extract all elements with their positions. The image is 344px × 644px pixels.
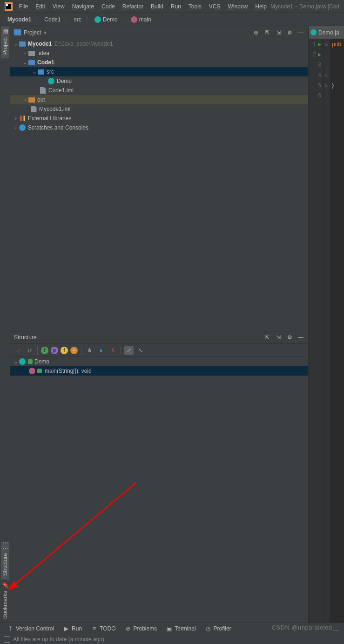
strip-project[interactable]: Project ▤	[1, 26, 9, 58]
fold-icon[interactable]: ⊟	[324, 39, 330, 49]
autoscroll-from-icon[interactable]: ⤡	[136, 346, 145, 355]
separator	[121, 346, 121, 355]
tree-ext-libs[interactable]: › External Libraries	[10, 114, 308, 123]
tree-code1[interactable]: ⌄ Code1	[10, 58, 308, 67]
chevron-right-icon[interactable]: ›	[22, 50, 28, 56]
editor-tab[interactable]: Demo.ja	[309, 26, 344, 39]
structure-panel-title: Structure	[14, 334, 37, 341]
chevron-down-icon[interactable]: ⌄	[13, 41, 19, 47]
structure-tree[interactable]: ⌄ Demo main(String[]): void	[10, 357, 308, 623]
menu-tools[interactable]: Tools	[185, 1, 205, 12]
menu-view[interactable]: View	[49, 1, 68, 12]
dropdown-icon[interactable]: ▾	[44, 29, 47, 36]
crumb-project[interactable]: Mycode1	[5, 15, 34, 24]
chevron-down-icon[interactable]: ⌄	[13, 358, 19, 365]
method-icon	[131, 16, 137, 23]
collapse-icon[interactable]: ⇲	[275, 334, 282, 341]
tree-label: Mycode1.iml	[39, 106, 70, 112]
toolbar-icon-2[interactable]: ●	[96, 346, 106, 355]
editor-body[interactable]: 1▶ 2▶ 3 4 5 6 ⊟ ⊟ ⊡ pub }	[309, 39, 344, 623]
tree-root-path: D:\Java_code\Mycode1	[54, 41, 113, 47]
run-gutter-icon[interactable]: ▶	[318, 52, 321, 57]
chevron-down-icon[interactable]: ⌄	[32, 69, 37, 75]
crumb-class[interactable]: Demo	[92, 15, 121, 24]
bottom-todo[interactable]: ≡TODO	[88, 624, 119, 633]
menu-window[interactable]: Window	[224, 1, 252, 12]
bottom-problems[interactable]: ⊘Problems	[121, 624, 161, 633]
show-methods-icon[interactable]: f	[61, 347, 68, 354]
menu-navigate[interactable]: Navigate	[68, 1, 98, 12]
toolbar-icon-1[interactable]: ⋔	[85, 346, 94, 355]
class-icon	[48, 78, 54, 84]
gear-icon[interactable]: ⚙	[286, 334, 293, 341]
sort-visibility-icon[interactable]: ↓z	[25, 346, 34, 355]
crumb-src[interactable]: src	[71, 15, 84, 24]
project-tree[interactable]: ⌄ Mycode1 D:\Java_code\Mycode1 › .idea ⌄…	[10, 39, 308, 331]
tree-code1-iml[interactable]: Code1.iml	[10, 86, 308, 95]
strip-structure[interactable]: Structure ⋮⋮	[1, 542, 9, 580]
gear-icon[interactable]: ⚙	[286, 29, 293, 36]
bottom-run[interactable]: ▶Run	[60, 624, 86, 633]
tree-out[interactable]: › out	[10, 95, 308, 104]
fold-end-icon[interactable]: ⊡	[324, 80, 330, 90]
tree-mycode1-iml[interactable]: Mycode1.iml	[10, 104, 308, 114]
tree-root[interactable]: ⌄ Mycode1 D:\Java_code\Mycode1	[10, 39, 308, 48]
status-icon[interactable]	[4, 636, 10, 643]
hide-icon[interactable]: —	[297, 29, 304, 36]
menu-vcs[interactable]: VCS	[205, 1, 224, 12]
tree-src[interactable]: ⌄ src	[10, 67, 308, 76]
menu-build[interactable]: Build	[147, 1, 167, 12]
bottom-vcs[interactable]: ᛘVersion Control	[4, 624, 58, 633]
fold-icon[interactable]: ⊟	[324, 70, 330, 80]
tree-label: Demo	[57, 78, 72, 84]
tree-idea[interactable]: › .idea	[10, 48, 308, 58]
expand-icon[interactable]: ⇱	[263, 334, 271, 341]
structure-class[interactable]: ⌄ Demo	[10, 357, 308, 366]
class-icon	[19, 358, 26, 365]
fold-gutter: ⊟ ⊟ ⊡	[324, 39, 330, 623]
menu-file[interactable]: File	[15, 1, 32, 12]
expand-icon[interactable]: ⇱	[263, 29, 271, 36]
strip-bookmarks[interactable]: Bookmarks 🔖	[1, 580, 9, 623]
menu-bar: File Edit View Navigate Code Refactor Bu…	[0, 0, 344, 13]
menu-refactor[interactable]: Refactor	[119, 1, 147, 12]
code-area[interactable]: pub }	[330, 39, 344, 623]
svg-line-2	[14, 483, 136, 585]
editor-gutter: 1▶ 2▶ 3 4 5 6	[309, 39, 324, 623]
status-bar: All files are up to date (a minute ago)	[0, 634, 344, 644]
class-icon	[94, 16, 101, 23]
crumb-method[interactable]: main	[128, 15, 154, 24]
show-fields-icon[interactable]: f	[41, 347, 48, 354]
menu-edit[interactable]: Edit	[32, 1, 49, 12]
crumb-sep: 〉	[121, 15, 128, 23]
bottom-terminal[interactable]: ▣Terminal	[162, 624, 199, 633]
tree-scratches[interactable]: › Scratches and Consoles	[10, 123, 308, 132]
crumb-module[interactable]: Code1	[41, 15, 63, 24]
menu-help[interactable]: Help	[251, 1, 270, 12]
line-number: 6	[318, 92, 321, 99]
chevron-right-icon[interactable]: ›	[22, 96, 28, 103]
tree-label: src	[47, 69, 54, 75]
hide-icon[interactable]: —	[297, 334, 304, 341]
autoscroll-icon[interactable]: ⤢	[124, 346, 134, 355]
file-icon	[40, 87, 46, 94]
menu-run[interactable]: Run	[167, 1, 185, 12]
run-gutter-icon[interactable]: ▶	[318, 42, 321, 47]
sort-alpha-icon[interactable]: ↓z	[13, 346, 22, 355]
show-properties-icon[interactable]: p	[51, 347, 58, 354]
chevron-right-icon[interactable]: ›	[13, 115, 19, 122]
toolbar-icon-3[interactable]: λ	[108, 346, 117, 355]
show-inherited-icon[interactable]: 🔒	[70, 347, 78, 354]
target-icon[interactable]: ⊕	[252, 29, 260, 36]
collapse-icon[interactable]: ⇲	[275, 29, 282, 36]
project-panel-title[interactable]: Project	[24, 29, 41, 36]
menu-code[interactable]: Code	[98, 1, 119, 12]
tree-demo[interactable]: Demo	[10, 76, 308, 86]
chevron-down-icon[interactable]: ⌄	[22, 59, 28, 66]
project-panel-header: Project ▾ ⊕ ⇱ ⇲ ⚙ —	[10, 26, 308, 39]
bottom-profiler[interactable]: ◷Profiler	[202, 624, 235, 633]
crumb-sep: 〉	[34, 15, 41, 23]
chevron-right-icon[interactable]: ›	[13, 124, 19, 131]
line-number: 4	[318, 72, 321, 78]
structure-method[interactable]: main(String[]): void	[10, 366, 308, 376]
